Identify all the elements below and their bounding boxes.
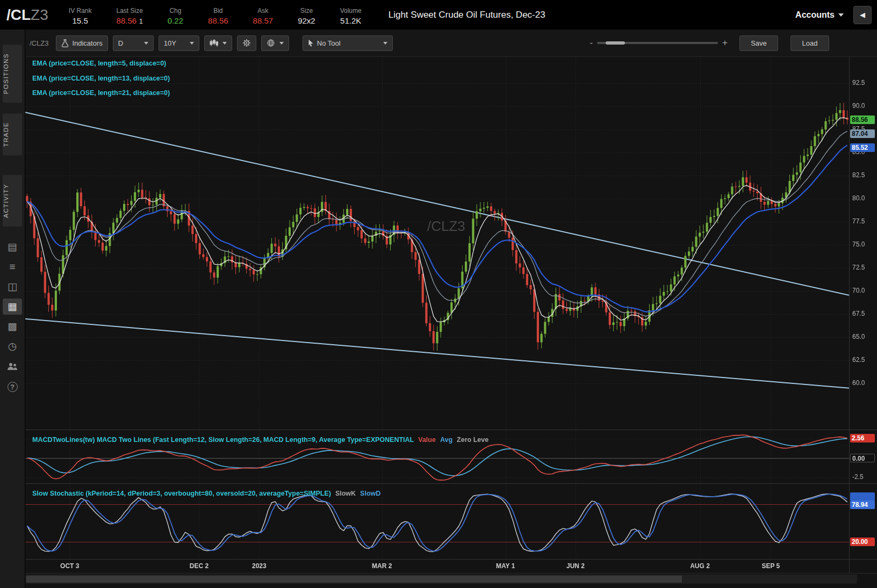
chevron-down-icon <box>190 42 194 45</box>
quote-stat: Ask88.57 <box>253 4 274 25</box>
gear-icon <box>242 39 251 47</box>
zoom-out-button[interactable]: - <box>585 38 597 48</box>
zoom-in-button[interactable]: + <box>718 38 732 48</box>
quote-stat-value: 88.561 <box>117 16 143 25</box>
timeframe-value: D <box>118 39 123 47</box>
chevron-down-icon <box>838 13 844 17</box>
sidebar-icons: ▤≡◫▦▩◷? <box>3 239 22 398</box>
chart-symbol-input[interactable]: /CLZ3 <box>30 39 48 47</box>
flask-icon <box>61 39 69 47</box>
sidebar-tab-activity[interactable]: ACTIVITY <box>3 175 22 227</box>
range-value: 10Y <box>164 39 176 47</box>
sidebar: POSITIONSTRADEACTIVITY ▤≡◫▦▩◷? <box>0 30 25 588</box>
quote-stat: IV Rank15.5 <box>69 4 92 25</box>
chevron-down-icon <box>383 42 387 45</box>
quote-stat-extra: 1 <box>139 18 143 25</box>
timeframe-dropdown[interactable]: D <box>113 35 154 51</box>
time-scrollbar-thumb[interactable] <box>26 576 682 583</box>
quote-stat-value: 51.2K <box>340 16 361 25</box>
save-button[interactable]: Save <box>739 35 778 51</box>
chevron-left-icon: ◀ <box>860 11 865 19</box>
quote-stat: Last Size88.561 <box>116 4 142 25</box>
help-icon[interactable]: ? <box>3 378 22 394</box>
quote-stat-label: Ask <box>257 7 268 14</box>
chart-icon[interactable]: ▦ <box>3 299 22 315</box>
quote-stat-value: 92x2 <box>298 16 315 25</box>
tiles-icon[interactable]: ▩ <box>3 318 22 335</box>
symbol-title: /CLZ3 <box>6 6 48 24</box>
quote-stat-label: Bid <box>213 7 222 14</box>
quote-stat: Chg0.22 <box>168 4 183 25</box>
quote-stat: Bid88.56 <box>208 4 228 25</box>
report-icon[interactable]: ▤ <box>3 239 22 255</box>
chart-panel: /CLZ3 Indicators D 10Y <box>25 30 877 588</box>
instrument-description: Light Sweet Crude Oil Futures, Dec-23 <box>389 10 545 20</box>
quote-stat: Volume51.2K <box>340 4 362 25</box>
sidebar-tab-positions[interactable]: POSITIONS <box>3 45 22 103</box>
symbol-root: /CL <box>6 6 31 23</box>
chart-area: /CLZ3 EMA (price=CLOSE, length=5, displa… <box>25 56 877 588</box>
accounts-menu[interactable]: Accounts <box>795 10 844 20</box>
quote-stat-value: 15.5 <box>73 16 88 25</box>
chevron-down-icon <box>222 42 227 45</box>
indicators-label: Indicators <box>72 39 102 47</box>
quote-stat-label: Volume <box>340 7 362 14</box>
symbol-suffix: Z3 <box>31 6 48 23</box>
price-chart-canvas[interactable] <box>25 57 877 588</box>
zoom-slider-thumb[interactable] <box>606 41 625 45</box>
time-scrollbar[interactable] <box>25 575 857 584</box>
quote-stat-label: Chg <box>169 7 181 14</box>
list-icon[interactable]: ≡ <box>3 259 22 275</box>
chevron-down-icon <box>144 42 148 45</box>
quote-stat-value: 88.56 <box>208 16 228 25</box>
indicators-button[interactable]: Indicators <box>56 35 107 51</box>
monitor-icon[interactable]: ◫ <box>3 279 22 295</box>
cursor-icon <box>308 39 314 47</box>
chart-settings-button[interactable] <box>237 35 256 51</box>
trading-app: /CLZ3 IV Rank15.5Last Size88.561Chg0.22B… <box>0 0 877 588</box>
globe-grid-icon <box>267 39 275 47</box>
chart-toolbar: /CLZ3 Indicators D 10Y <box>25 30 877 56</box>
view-mode-dropdown[interactable] <box>261 35 289 51</box>
quote-stat-value: 0.22 <box>168 16 183 25</box>
range-dropdown[interactable]: 10Y <box>159 35 199 51</box>
chevron-down-icon <box>279 42 284 45</box>
save-label: Save <box>751 39 767 47</box>
people-icon[interactable] <box>3 358 22 374</box>
accounts-label: Accounts <box>795 10 835 20</box>
quote-stat-value: 88.57 <box>253 16 274 25</box>
candlestick-icon <box>210 39 218 47</box>
zoom-slider[interactable] <box>597 42 718 44</box>
quote-stat-label: IV Rank <box>69 7 92 14</box>
clock-icon[interactable]: ◷ <box>3 338 22 354</box>
tool-value: No Tool <box>317 39 341 47</box>
chart-style-dropdown[interactable] <box>204 35 232 51</box>
drawing-tool-dropdown[interactable]: No Tool <box>303 35 393 51</box>
load-label: Load <box>802 39 818 47</box>
collapse-panel-button[interactable]: ◀ <box>853 6 872 24</box>
quote-stats: IV Rank15.5Last Size88.561Chg0.22Bid88.5… <box>69 4 386 25</box>
quote-stat-label: Last Size <box>116 7 142 14</box>
quote-stat-label: Size <box>300 7 313 14</box>
quote-stat: Size92x2 <box>298 4 315 25</box>
load-button[interactable]: Load <box>790 35 829 51</box>
sidebar-tab-trade[interactable]: TRADE <box>3 113 22 155</box>
quote-header: /CLZ3 IV Rank15.5Last Size88.561Chg0.22B… <box>0 0 877 30</box>
